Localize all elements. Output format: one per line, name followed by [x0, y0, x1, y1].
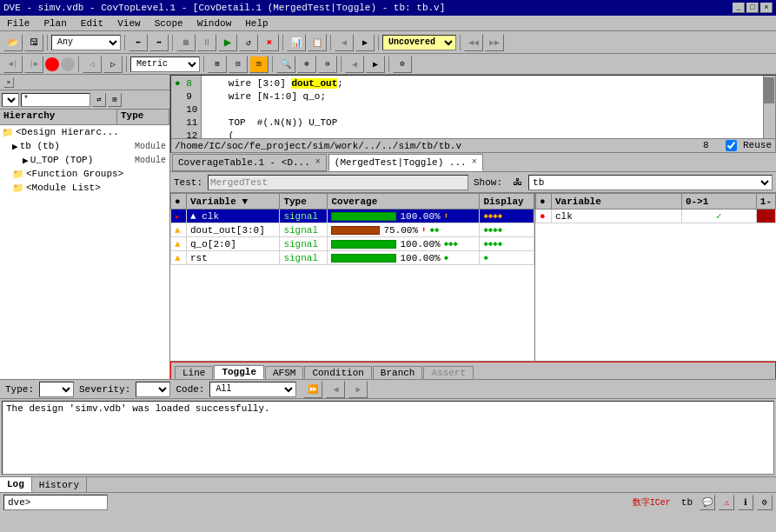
table-row[interactable]: ▲ dout_out[3:0] signal 75.00% ⬆ ◆◆ — [171, 223, 534, 237]
menu-scope[interactable]: Scope — [151, 17, 187, 30]
uncovered-combo[interactable]: Uncovered — [382, 35, 456, 50]
show-select[interactable]: tb — [528, 175, 773, 190]
col-indicator: ● — [171, 194, 187, 209]
table-row[interactable]: ● ▲ clk signal 100.00% ⬆ ◆◆◆◆ — [171, 209, 534, 223]
scrollbar-right[interactable] — [763, 76, 775, 138]
hier-item-3[interactable]: 📁 <Function Groups> — [0, 167, 169, 181]
doc-tab-close-0[interactable]: × — [315, 157, 321, 167]
test-input[interactable] — [208, 175, 468, 190]
menu-plan[interactable]: Plan — [40, 17, 70, 30]
menu-window[interactable]: Window — [194, 17, 235, 30]
status-icon-info[interactable]: ℹ — [738, 495, 753, 510]
menu-file[interactable]: File — [3, 17, 33, 30]
tb-abort[interactable]: ✖ — [260, 34, 279, 51]
hier-item-2[interactable]: ▶ U_TOP (TOP) Module — [0, 153, 169, 167]
hier-item-4[interactable]: 📁 <Module List> — [0, 181, 169, 195]
tb-extra1[interactable]: ◀◀ — [464, 34, 483, 51]
hier-search[interactable] — [21, 93, 90, 107]
menu-help[interactable]: Help — [242, 17, 271, 30]
tb-nav-back[interactable]: ◀ — [335, 34, 354, 51]
tb2-btn3[interactable] — [45, 57, 59, 71]
progress-bar-3 — [331, 254, 396, 263]
tb2-zoom-toggle[interactable]: ⊡ — [249, 56, 269, 73]
log-area[interactable]: The design 'simv.vdb' was loaded success… — [2, 401, 774, 475]
red-dot-r0: ● — [540, 211, 546, 222]
prev-btn[interactable]: ◀ — [326, 381, 345, 398]
tb-step-fwd[interactable]: ➡ — [149, 34, 169, 51]
status-icon-msg[interactable]: 💬 — [700, 495, 715, 510]
tb-cov[interactable]: 📋 — [308, 34, 327, 51]
tb-nav-fwd[interactable]: ▶ — [355, 34, 375, 51]
next-btn[interactable]: ▶ — [348, 381, 368, 398]
tb-restart[interactable]: ↺ — [239, 34, 258, 51]
doc-tab-0[interactable]: CoverageTable.1 - <D... × — [172, 154, 327, 171]
pct-1: 75.00% — [383, 225, 418, 236]
tb-stop[interactable]: ⏹ — [176, 34, 196, 51]
tb2-btn2[interactable]: |▶ — [24, 56, 43, 73]
tb2-btn4[interactable] — [61, 57, 75, 71]
tab-afsm[interactable]: AFSM — [265, 366, 303, 379]
tb-btn-open[interactable]: 📂 — [3, 34, 23, 51]
tb-btn-save2[interactable]: 🖫 — [24, 34, 43, 51]
reuse-checkbox[interactable] — [726, 140, 737, 151]
table-row[interactable]: ● clk ✓ — [536, 209, 776, 223]
tb2-col[interactable]: ⊟ — [229, 56, 248, 73]
filter-btn[interactable]: ⏩ — [303, 381, 322, 398]
log-tab-history[interactable]: History — [32, 477, 87, 492]
tab-toggle[interactable]: Toggle — [214, 365, 264, 379]
tb2-search[interactable]: 🔍 — [276, 56, 295, 73]
tb2-zoom-out[interactable]: ⊖ — [318, 56, 337, 73]
main-area: × ⇄ ⊞ Hierarchy Type 📁 <Design Hierarc..… — [0, 75, 776, 379]
severity-combo[interactable] — [136, 382, 170, 397]
tb2-btn1[interactable]: ◀| — [3, 56, 23, 73]
tab-line[interactable]: Line — [175, 366, 213, 379]
type-combo[interactable] — [39, 382, 74, 397]
tb2-left-arr[interactable]: ◀ — [345, 56, 364, 73]
row1-coverage: 75.00% ⬆ ◆◆ — [328, 223, 480, 237]
tb2-right-arr[interactable]: ▶ — [366, 56, 385, 73]
table-row[interactable]: ▲ q_o[2:0] signal 100.00% ◆◆◆ ◆◆◆◆ — [171, 237, 534, 251]
hier-item-0[interactable]: 📁 <Design Hierarc... — [0, 125, 169, 139]
tb2-fwd[interactable]: ▷ — [103, 56, 123, 73]
close-left[interactable]: × — [3, 77, 14, 88]
menu-edit[interactable]: Edit — [77, 17, 107, 30]
doc-tab-close-1[interactable]: × — [472, 157, 477, 167]
tb-extra2[interactable]: ▶▶ — [485, 34, 504, 51]
tb2-zoom-in[interactable]: ⊕ — [297, 56, 316, 73]
hier-item-1[interactable]: ▶ tb (tb) Module — [0, 139, 169, 153]
scope-combo[interactable]: Any — [51, 35, 121, 50]
tab-branch[interactable]: Branch — [373, 366, 423, 379]
minimize-button[interactable]: _ — [733, 3, 745, 13]
rcol-10: 1- — [756, 194, 775, 209]
mod-list-icon: 📁 — [12, 183, 24, 194]
doc-tab-1[interactable]: (MergedTest|Toggle) ... × — [328, 154, 483, 171]
pct-2: 100.00% — [400, 239, 440, 249]
tb-step-back[interactable]: ⬅ — [129, 34, 148, 51]
tb-pause[interactable]: ⏸ — [197, 34, 216, 51]
window-controls[interactable]: _ □ × — [733, 3, 773, 13]
status-icon-warn[interactable]: ⚠ — [719, 495, 734, 510]
row0-type: signal — [280, 209, 328, 223]
progress-wrap-1: 75.00% ⬆ ◆◆ — [331, 225, 475, 236]
status-icon-cfg[interactable]: ⚙ — [757, 495, 773, 510]
tb-wave[interactable]: 📊 — [287, 34, 306, 51]
hier-expand[interactable]: ⊞ — [108, 93, 122, 107]
hier-filter[interactable] — [2, 93, 19, 107]
tb-run[interactable]: ▶ — [218, 34, 237, 51]
dve-prompt[interactable]: dve> — [3, 495, 108, 510]
code-content[interactable]: wire [3:0] dout_out; wire [N-1:0] q_o; T… — [202, 76, 763, 138]
tb2-grid[interactable]: ⊞ — [208, 56, 227, 73]
tab-condition[interactable]: Condition — [304, 366, 371, 379]
table-row[interactable]: ▲ rst signal 100.00% ◆ ◆ — [171, 251, 534, 265]
row2-type: signal — [280, 237, 328, 251]
close-button[interactable]: × — [760, 3, 773, 13]
code-combo[interactable]: All — [209, 382, 296, 397]
tb2-back[interactable]: ◁ — [83, 56, 102, 73]
maximize-button[interactable]: □ — [746, 3, 759, 13]
log-tab-log[interactable]: Log — [0, 477, 32, 492]
hier-sync[interactable]: ⇄ — [92, 93, 106, 107]
menu-view[interactable]: View — [114, 17, 143, 30]
metric-combo[interactable]: Metric — [130, 57, 200, 72]
tb2-setting[interactable]: ⚙ — [393, 56, 412, 73]
tab-assert[interactable]: Assert — [423, 366, 474, 379]
